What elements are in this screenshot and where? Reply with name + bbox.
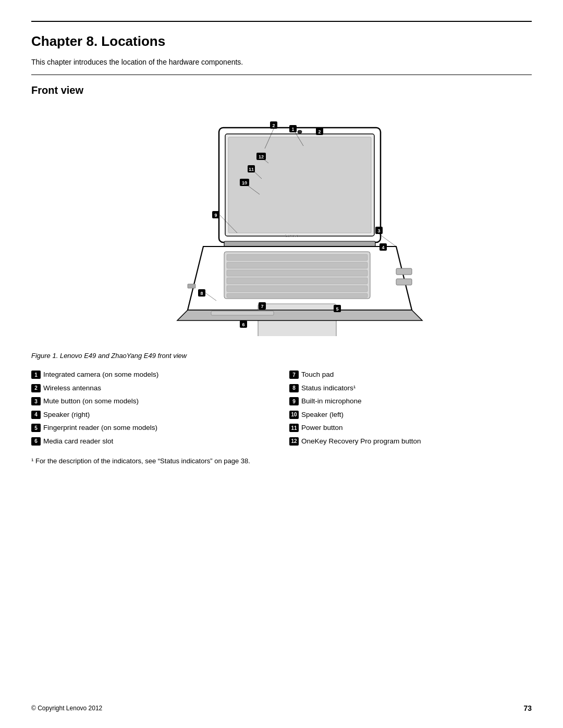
svg-rect-10 xyxy=(227,278,368,284)
component-item-1: 1 Integrated camera (on some models) xyxy=(31,369,274,380)
component-label-6: Media card reader slot xyxy=(43,437,113,446)
component-label-3: Mute button (on some models) xyxy=(43,397,139,406)
svg-text:1: 1 xyxy=(291,127,294,132)
component-label-9: Built-in microphone xyxy=(301,397,362,406)
component-label-8: Status indicators¹ xyxy=(301,384,356,393)
footer-page: 73 xyxy=(523,704,532,712)
svg-rect-17 xyxy=(396,268,412,275)
svg-rect-11 xyxy=(227,286,368,292)
component-num-7: 7 xyxy=(289,371,299,379)
component-label-4: Speaker (right) xyxy=(43,410,90,419)
component-num-3: 3 xyxy=(31,397,41,405)
svg-text:6: 6 xyxy=(242,322,244,327)
svg-text:4: 4 xyxy=(382,245,384,250)
component-item-8: 8 Status indicators¹ xyxy=(289,382,532,394)
component-item-9: 9 Built-in microphone xyxy=(289,396,532,407)
component-num-5: 5 xyxy=(31,424,41,432)
svg-rect-9 xyxy=(227,270,368,276)
svg-text:2: 2 xyxy=(272,123,275,128)
component-label-11: Power button xyxy=(301,423,343,433)
svg-text:11: 11 xyxy=(249,167,254,172)
top-rule xyxy=(31,21,532,22)
chapter-title: Chapter 8. Locations xyxy=(31,33,532,50)
component-item-3: 3 Mute button (on some models) xyxy=(31,396,274,407)
component-label-10: Speaker (left) xyxy=(301,410,344,419)
svg-rect-8 xyxy=(227,262,368,268)
svg-text:7: 7 xyxy=(261,304,263,309)
svg-rect-19 xyxy=(188,284,195,288)
section-title: Front view xyxy=(31,84,532,96)
component-label-1: Integrated camera (on some models) xyxy=(43,370,158,379)
figure-caption: Figure 1. Lenovo E49 and ZhaoYang E49 fr… xyxy=(31,352,532,360)
section-divider xyxy=(31,75,532,75)
svg-point-3 xyxy=(298,130,302,133)
laptop-svg: Lenovo xyxy=(136,117,427,336)
svg-text:3: 3 xyxy=(377,228,380,233)
component-item-4: 4 Speaker (right) xyxy=(31,409,274,421)
component-item-12: 12 OneKey Recovery Pro program button xyxy=(289,436,532,447)
component-num-6: 6 xyxy=(31,437,41,446)
svg-rect-7 xyxy=(227,254,368,261)
component-num-12: 12 xyxy=(289,437,299,446)
component-item-11: 11 Power button xyxy=(289,422,532,434)
chapter-intro: This chapter introduces the location of … xyxy=(31,58,532,66)
svg-text:8: 8 xyxy=(200,291,203,296)
svg-text:9: 9 xyxy=(214,213,217,218)
component-item-7: 7 Touch pad xyxy=(289,369,532,380)
footer: © Copyright Lenovo 2012 73 xyxy=(31,704,532,712)
component-label-5: Fingerprint reader (on some models) xyxy=(43,423,157,433)
component-num-9: 9 xyxy=(289,397,299,405)
component-num-10: 10 xyxy=(289,411,299,419)
component-num-4: 4 xyxy=(31,411,41,419)
component-num-8: 8 xyxy=(289,384,299,392)
component-item-2: 2 Wireless antennas xyxy=(31,382,274,394)
laptop-diagram: Lenovo xyxy=(31,107,532,347)
svg-rect-5 xyxy=(224,241,375,246)
component-num-1: 1 xyxy=(31,371,41,379)
component-label-7: Touch pad xyxy=(301,370,334,379)
svg-rect-16 xyxy=(211,311,274,315)
component-num-2: 2 xyxy=(31,384,41,392)
components-list: 1 Integrated camera (on some models) 7 T… xyxy=(31,369,532,447)
svg-rect-2 xyxy=(228,137,371,233)
svg-rect-12 xyxy=(227,293,368,298)
svg-text:2: 2 xyxy=(318,129,321,134)
svg-text:Lenovo: Lenovo xyxy=(285,233,299,238)
footnote: ¹ For the description of the indicators,… xyxy=(31,457,532,465)
component-item-10: 10 Speaker (left) xyxy=(289,409,532,421)
component-label-2: Wireless antennas xyxy=(43,384,101,393)
svg-text:5: 5 xyxy=(336,306,338,312)
footer-copyright: © Copyright Lenovo 2012 xyxy=(31,705,102,712)
svg-rect-18 xyxy=(396,279,412,285)
component-num-11: 11 xyxy=(289,424,299,432)
component-item-5: 5 Fingerprint reader (on some models) xyxy=(31,422,274,434)
component-item-6: 6 Media card reader slot xyxy=(31,436,274,447)
component-label-12: OneKey Recovery Pro program button xyxy=(301,437,421,446)
